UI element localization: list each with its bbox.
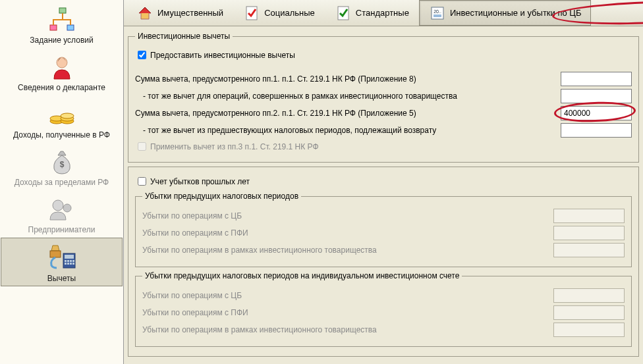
coins-icon (3, 100, 121, 129)
label: Убытки по операциям с ЦБ (142, 291, 553, 300)
past-losses-checkbox[interactable] (138, 177, 146, 186)
svg-point-10 (53, 200, 63, 211)
svg-point-8 (61, 113, 74, 118)
sidebar-item-entrepreneurs[interactable]: Предприниматели (0, 190, 123, 237)
svg-rect-21 (70, 263, 72, 265)
input-loss-cb (553, 209, 625, 223)
label: Убытки по операциям с ЦБ (142, 211, 553, 221)
group-legend: Убытки предыдущих налоговых периодов на … (142, 271, 462, 280)
main-panel: Имущественный Социальные Стандартные 20.… (124, 0, 643, 364)
content: Инвестиционные вычеты Предоставить инвес… (124, 26, 643, 364)
losses-group-2: Убытки предыдущих налоговых периодов на … (135, 271, 632, 347)
tab-social[interactable]: Социальные (233, 0, 325, 26)
svg-rect-18 (72, 260, 74, 262)
svg-rect-0 (59, 8, 66, 13)
past-losses-toggle: Учет убытков прошлых лет (135, 175, 632, 188)
group-legend: Убытки предыдущих налоговых периодов (142, 192, 301, 201)
input-loss-it (553, 243, 625, 257)
label: Убытки по операциям с ПФИ (142, 228, 553, 238)
sidebar-item-income-foreign[interactable]: $ Доходы за пределами РФ (0, 142, 123, 190)
svg-text:20..: 20.. (433, 9, 441, 14)
apply3-row: Применить вычет из пп.3 п.1. Ст. 219.1 Н… (135, 140, 632, 153)
row-pp2-sub: - тот же вычет из предшествующих налогов… (135, 123, 632, 138)
row-pp2: Сумма вычета, предусмотренного пп.2. п.1… (135, 106, 632, 120)
input-pp2-sub[interactable] (561, 123, 632, 138)
apply3-label: Применить вычет из пп.3 п.1. Ст. 219.1 Н… (150, 142, 319, 151)
svg-rect-16 (67, 260, 69, 262)
svg-rect-20 (67, 263, 69, 265)
input-iis-pfi (553, 305, 625, 320)
input-iis-cb (553, 288, 625, 303)
sidebar-label: Доходы, полученные в РФ (3, 130, 121, 140)
deduction-icon (4, 244, 119, 273)
securities-icon: 20.. (429, 5, 446, 22)
tab-investment[interactable]: 20.. Инвестиционные и убытки по ЦБ (419, 0, 592, 26)
label: Убытки по операциям в рамках инвестицион… (142, 246, 553, 255)
input-pp1-sub[interactable] (561, 89, 632, 103)
input-iis-it (553, 323, 625, 337)
sidebar-item-deductions[interactable]: Вычеты (1, 238, 123, 286)
label: Сумма вычета, предусмотренного пп.2. п.1… (135, 109, 561, 118)
sidebar-label: Задание условий (3, 36, 121, 45)
svg-rect-27 (433, 14, 441, 17)
tab-property[interactable]: Имущественный (126, 0, 233, 26)
check-doc-icon (335, 5, 352, 22)
person-icon (3, 53, 121, 82)
sidebar-label: Доходы за пределами РФ (3, 178, 121, 187)
input-pp1[interactable] (561, 72, 632, 86)
losses-group-1: Убытки предыдущих налоговых периодов Убы… (135, 192, 632, 267)
provide-row: Предоставить инвестиционные вычеты (135, 49, 632, 61)
sidebar: Задание условий Сведения о декларанте (0, 0, 124, 364)
svg-rect-19 (65, 263, 67, 265)
tab-standard[interactable]: Стандартные (325, 0, 419, 26)
label: Сумма вычета, предусмотренного пп.1. п.1… (135, 74, 561, 84)
tab-label: Социальные (264, 8, 315, 18)
label: Убытки по операциям в рамках инвестицион… (142, 325, 553, 334)
tree-icon (3, 5, 121, 34)
tab-label: Стандартные (356, 8, 409, 18)
toolbar: Имущественный Социальные Стандартные 20.… (124, 0, 643, 26)
apply3-checkbox (138, 142, 146, 151)
label: - тот же вычет для операций, совершенных… (135, 91, 561, 101)
svg-rect-22 (72, 263, 74, 265)
svg-point-11 (63, 204, 71, 212)
tab-label: Инвестиционные и убытки по ЦБ (450, 8, 582, 18)
sidebar-label: Вычеты (4, 274, 119, 283)
tab-label: Имущественный (157, 8, 223, 18)
sidebar-item-conditions[interactable]: Задание условий (0, 0, 123, 47)
past-losses-label: Учет убытков прошлых лет (150, 177, 250, 186)
label: - тот же вычет из предшествующих налогов… (135, 126, 561, 135)
input-pp2[interactable] (561, 106, 632, 120)
sidebar-label: Сведения о декларанте (3, 83, 121, 92)
house-icon (136, 5, 154, 22)
provide-checkbox[interactable] (138, 51, 146, 59)
money-bag-icon: $ (3, 147, 121, 176)
group-legend: Инвестиционные вычеты (135, 32, 233, 41)
svg-rect-17 (70, 260, 72, 262)
row-pp1-sub: - тот же вычет для операций, совершенных… (135, 89, 632, 103)
svg-rect-2 (67, 25, 74, 30)
people-icon (3, 195, 121, 224)
svg-point-3 (57, 57, 67, 68)
provide-label: Предоставить инвестиционные вычеты (150, 51, 295, 60)
sidebar-label: Предприниматели (3, 225, 121, 234)
label: Убытки по операциям с ПФИ (142, 308, 553, 317)
svg-rect-12 (50, 251, 61, 257)
svg-rect-14 (65, 255, 74, 259)
sidebar-item-declarant[interactable]: Сведения о декларанте (0, 47, 123, 95)
svg-rect-1 (50, 25, 57, 30)
svg-text:$: $ (59, 160, 64, 169)
invest-deductions-group: Инвестиционные вычеты Предоставить инвес… (128, 32, 639, 163)
past-losses-block: Учет убытков прошлых лет Убытки предыдущ… (128, 167, 639, 357)
check-doc-icon (243, 5, 260, 22)
svg-rect-15 (65, 260, 67, 262)
sidebar-item-income-rf[interactable]: Доходы, полученные в РФ (0, 95, 123, 142)
input-loss-pfi (553, 226, 625, 240)
row-pp1: Сумма вычета, предусмотренного пп.1. п.1… (135, 72, 632, 86)
